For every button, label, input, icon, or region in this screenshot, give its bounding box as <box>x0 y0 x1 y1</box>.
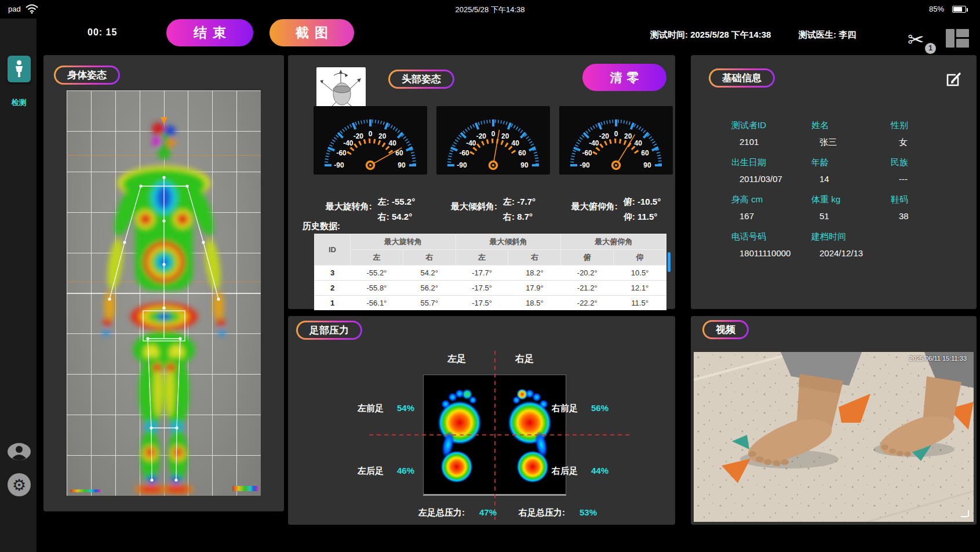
svg-text:-60: -60 <box>336 149 347 157</box>
table-row: 2 -55.8°56.2° -17.5°17.9° -21.2°12.1° <box>315 281 666 296</box>
svg-text:0: 0 <box>614 130 618 138</box>
svg-text:-20: -20 <box>599 132 610 140</box>
right-total-value: 53% <box>580 507 597 517</box>
tilt-gauge: -90-60-40-20020406090 <box>436 106 550 175</box>
foot-pressure-panel: 足部压力 左足 右足 <box>288 316 675 525</box>
svg-text:20: 20 <box>378 132 387 140</box>
body-thermal-image <box>67 90 261 496</box>
svg-text:-60: -60 <box>459 149 469 157</box>
basic-info-panel: 基础信息 测试者ID2101 姓名张三 性别女 出生日期2011/03/07 年… <box>691 55 977 309</box>
video-feed[interactable]: 2025/06/11 15:11:33 <box>694 352 974 522</box>
svg-text:0: 0 <box>369 130 373 138</box>
test-time: 测试时间: 2025/5/28 下午14:38 <box>650 30 771 41</box>
left-forefoot-value: 54% <box>397 403 414 413</box>
left-rearfoot-value: 46% <box>397 466 414 475</box>
user-account-icon[interactable] <box>7 442 31 462</box>
svg-text:90: 90 <box>398 161 406 169</box>
head-posture-panel: 头部姿态 清零 -90-60-40-20020406090 -90-60-40-… <box>288 55 675 309</box>
svg-text:-90: -90 <box>334 161 344 169</box>
head-posture-title: 头部姿态 <box>390 71 453 87</box>
status-clock: 2025/5/28 下午14:38 <box>0 5 980 15</box>
end-button[interactable]: 结束 <box>166 19 253 46</box>
status-bar: pad 2025/5/28 下午14:38 85% <box>0 0 980 19</box>
info-field: 电话号码18011110000 <box>731 231 811 268</box>
max-pitch-readout: 最大俯仰角: 俯: -10.5° 仰: 11.5° <box>549 194 683 224</box>
svg-text:-40: -40 <box>466 139 476 147</box>
foot-pressure-title: 足部压力 <box>298 322 360 338</box>
history-table: ID 最大旋转角 最大倾斜角 最大俯仰角 左右 左右 俯仰 3 -55.2°54… <box>314 234 666 310</box>
layout-grid-icon[interactable] <box>946 29 969 48</box>
left-total-value: 47% <box>479 507 497 517</box>
heatmap-horizontal-crosshair <box>369 434 631 435</box>
left-total-label: 左足总压力: <box>418 507 465 518</box>
svg-text:-40: -40 <box>589 139 599 147</box>
info-field: 姓名张三 <box>811 120 891 157</box>
doctor: 测试医生: 李四 <box>799 30 856 41</box>
body-posture-panel: 身体姿态 <box>43 55 284 511</box>
svg-text:-60: -60 <box>582 149 592 157</box>
svg-text:-20: -20 <box>476 132 487 140</box>
app-window: pad 2025/5/28 下午14:38 85% 检测 ⚙ 00: 15 结束… <box>0 0 980 552</box>
video-title-pill: 视频 <box>702 320 749 339</box>
right-forefoot-value: 56% <box>591 403 609 413</box>
left-foot-header: 左足 <box>447 353 466 365</box>
right-foot-header: 右足 <box>515 353 534 365</box>
video-panel: 视频 <box>691 316 977 525</box>
body-posture-title: 身体姿态 <box>56 67 118 83</box>
sidebar-detect-label: 检测 <box>0 97 38 108</box>
svg-text:0: 0 <box>491 130 496 138</box>
info-field: 鞋码38 <box>891 194 953 231</box>
settings-gear-icon[interactable]: ⚙ <box>8 473 31 496</box>
svg-text:-40: -40 <box>343 139 354 147</box>
doctor-value: 李四 <box>839 30 856 39</box>
scissors-capture-icon[interactable]: ✂ <box>908 28 924 51</box>
max-rotation-readout: 最大旋转角: 左: -55.2° 右: 54.2° <box>304 194 437 224</box>
max-tilt-readout: 最大倾斜角: 左: -7.7° 右: 8.7° <box>427 194 560 224</box>
svg-text:20: 20 <box>624 132 632 140</box>
basic-info-title: 基础信息 <box>711 70 773 86</box>
history-col-id: ID <box>315 234 351 266</box>
right-rearfoot-value: 44% <box>591 466 609 475</box>
doctor-label: 测试医生: <box>799 30 836 39</box>
svg-text:60: 60 <box>518 149 526 157</box>
sidebar: 检测 ⚙ <box>0 19 38 552</box>
person-icon <box>13 60 25 78</box>
pitch-gauge: -90-60-40-20020406090 <box>559 106 673 175</box>
right-forefoot-label: 右前足 <box>552 403 578 414</box>
info-field: 年龄14 <box>811 157 891 194</box>
info-field: 性别女 <box>891 120 953 157</box>
right-rearfoot-label: 右后足 <box>552 466 578 477</box>
reset-zero-button[interactable]: 清零 <box>582 64 666 91</box>
left-rearfoot-label: 左后足 <box>358 466 384 477</box>
edit-icon[interactable] <box>944 70 963 89</box>
table-row: 1 -56.1°55.7° -17.5°18.5° -22.2°11.5° <box>315 296 666 311</box>
info-field: 民族--- <box>891 157 953 194</box>
left-forefoot-label: 左前足 <box>358 403 384 414</box>
body-posture-title-pill: 身体姿态 <box>54 66 120 85</box>
battery-icon <box>952 6 966 13</box>
info-field: 身高 cm167 <box>731 194 811 231</box>
table-scrollbar[interactable] <box>668 252 671 272</box>
battery-percent: 85% <box>929 5 944 13</box>
info-field: 出生日期2011/03/07 <box>731 157 811 194</box>
test-time-value: 2025/5/28 下午14:38 <box>690 30 771 39</box>
svg-text:20: 20 <box>501 132 509 140</box>
svg-text:90: 90 <box>520 161 529 169</box>
heatmap-vertical-crosshair <box>494 351 496 520</box>
right-total-label: 右足总压力: <box>519 507 565 518</box>
svg-text:60: 60 <box>641 149 649 157</box>
svg-text:40: 40 <box>512 139 520 147</box>
table-row: 3 -55.2°54.2° -17.7°18.2° -20.2°10.5° <box>315 266 666 281</box>
svg-text:40: 40 <box>635 139 643 147</box>
info-field: 建档时间2024/12/13 <box>811 231 891 268</box>
screenshot-button[interactable]: 截图 <box>269 19 354 46</box>
session-timer: 00: 15 <box>88 27 117 38</box>
head-posture-title-pill: 头部姿态 <box>388 70 454 89</box>
sidebar-item-detect[interactable] <box>8 56 31 82</box>
svg-text:-90: -90 <box>457 161 467 169</box>
fullscreen-corner-icon[interactable] <box>961 510 969 517</box>
svg-text:40: 40 <box>389 139 397 147</box>
history-data-label: 历史数据: <box>303 221 340 232</box>
test-time-label: 测试时间: <box>650 30 688 39</box>
info-fields: 测试者ID2101 姓名张三 性别女 出生日期2011/03/07 年龄14 民… <box>731 120 953 268</box>
